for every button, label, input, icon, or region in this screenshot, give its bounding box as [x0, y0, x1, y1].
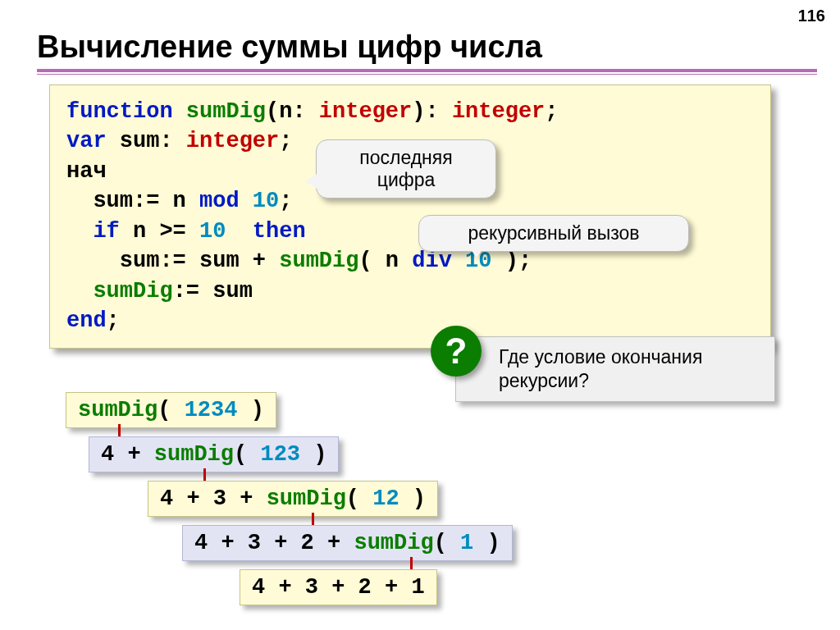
question-text: Где условие окончания рекурсии? — [499, 346, 702, 391]
text: 4 + — [101, 442, 154, 467]
text: sum:= n — [66, 189, 199, 213]
code-line-1: function sumDig(n: integer): integer; — [66, 97, 754, 126]
code-line-7: sumDig:= sum — [66, 276, 754, 306]
text — [66, 219, 93, 244]
text: ; — [279, 129, 292, 153]
text: := sum — [173, 279, 253, 304]
text — [240, 189, 253, 213]
function-name: sumDig — [154, 442, 234, 467]
text — [452, 249, 465, 273]
step-5: 4 + 3 + 2 + 1 — [240, 569, 437, 605]
text: 4 + 3 + — [160, 486, 267, 511]
keyword: end — [66, 308, 107, 333]
function-name: sumDig — [279, 249, 358, 273]
text: ) — [473, 531, 500, 555]
callout-tail-icon — [468, 245, 485, 258]
number: 10 — [253, 189, 279, 213]
text: ) — [399, 486, 426, 511]
type: integer — [452, 99, 545, 124]
step-4: 4 + 3 + 2 + sumDig( 1 ) — [182, 525, 513, 561]
text: ; — [107, 308, 120, 333]
title-underline — [37, 69, 817, 75]
step-1: sumDig( 1234 ) — [66, 392, 276, 428]
keyword: var — [66, 129, 107, 153]
code-line-8: end; — [66, 306, 754, 336]
keyword: then — [253, 219, 306, 244]
number: 10 — [199, 219, 226, 244]
text: ( — [234, 442, 260, 467]
callout-last-digit: последняя цифра — [316, 139, 496, 199]
text: sum:= sum + — [66, 249, 279, 273]
text: ; — [545, 99, 558, 124]
number: 12 — [372, 486, 399, 511]
text — [226, 219, 252, 244]
type: integer — [186, 129, 279, 153]
question-box: Где условие окончания рекурсии? — [455, 336, 775, 402]
text: ); — [492, 249, 532, 273]
keyword: if — [93, 219, 119, 244]
keyword: mod — [199, 189, 240, 213]
text: ( — [346, 486, 372, 511]
function-name: sumDig — [186, 99, 266, 124]
number: 123 — [260, 442, 300, 467]
number: 1 — [460, 531, 473, 555]
text: n >= — [120, 219, 199, 244]
question-mark-icon: ? — [431, 326, 482, 377]
text: ( — [434, 531, 460, 555]
function-name: sumDig — [354, 531, 433, 555]
text: ) — [237, 398, 263, 422]
text: (n: — [266, 99, 319, 124]
text: ): — [412, 99, 452, 124]
function-name: sumDig — [93, 279, 172, 304]
text: sum: — [107, 129, 186, 153]
callout-tail-icon — [305, 173, 318, 189]
text: ( n — [358, 249, 412, 273]
step-2: 4 + sumDig( 123 ) — [89, 436, 339, 472]
text: ( — [158, 398, 184, 422]
page-title: Вычисление суммы цифр числа — [37, 30, 542, 65]
callout-recursive-call: рекурсивный вызов — [418, 215, 689, 252]
text: ) — [300, 442, 326, 467]
text: ; — [279, 189, 292, 213]
text — [66, 279, 93, 304]
text: 4 + 3 + 2 + — [194, 531, 354, 555]
step-3: 4 + 3 + sumDig( 12 ) — [148, 481, 438, 517]
callout-text: рекурсивный вызов — [468, 222, 639, 244]
type: integer — [319, 99, 412, 124]
function-name: sumDig — [267, 486, 346, 511]
keyword: function — [66, 99, 173, 124]
function-name: sumDig — [78, 398, 158, 422]
page-number: 116 — [798, 7, 825, 25]
callout-text: последняя цифра — [359, 147, 452, 190]
keyword: div — [412, 249, 452, 273]
number: 1234 — [185, 398, 238, 422]
